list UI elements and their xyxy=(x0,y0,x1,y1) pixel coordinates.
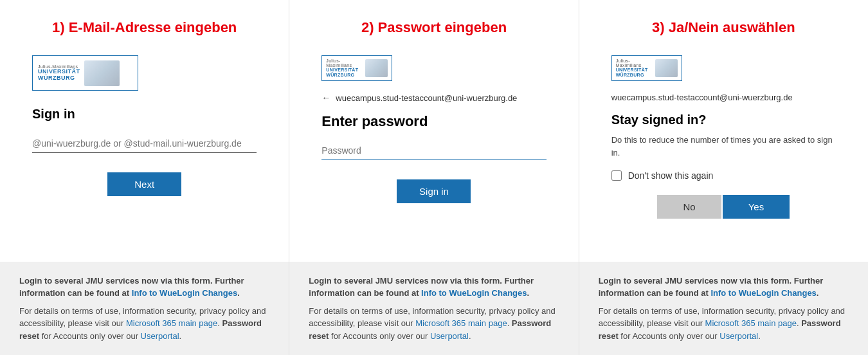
logo-map-2 xyxy=(365,59,388,77)
logo-name-1: UNIVERSITÄTWÜRZBURG xyxy=(38,69,80,82)
footer-detail-1: For details on terms of use, information… xyxy=(19,305,269,343)
dont-show-checkbox[interactable] xyxy=(611,170,622,181)
ms365-link-1[interactable]: Microsoft 365 main page xyxy=(126,318,217,328)
logo-uni-label-3: Julius-Maximilians xyxy=(616,59,653,68)
panel-step2: 2) Passwort eingeben Julius-Maximilians … xyxy=(289,0,579,355)
footer-intro-1: Login to several JMU services now via th… xyxy=(19,275,269,300)
step2-title: 2) Passwort eingeben xyxy=(321,19,546,36)
stay-signed-heading: Stay signed in? xyxy=(611,113,836,127)
userportal-link-3[interactable]: Userportal xyxy=(719,331,758,341)
footer-detail-2: For details on terms of use, information… xyxy=(309,305,559,343)
footer-intro-3: Login to several JMU services now via th… xyxy=(599,275,849,300)
no-button[interactable]: No xyxy=(657,195,721,219)
logo-map-1 xyxy=(84,60,120,86)
back-arrow-icon: ← xyxy=(321,93,330,103)
email-display: wuecampus.stud-testaccount@uni-wuerzburg… xyxy=(611,93,836,102)
logo-box-step3: Julius-Maximilians UNIVERSITÄTWÜRZBURG xyxy=(611,55,682,81)
logo-box-step2: Julius-Maximilians UNIVERSITÄTWÜRZBURG xyxy=(321,55,392,81)
dont-show-row: Don't show this again xyxy=(611,170,836,181)
yes-button[interactable]: Yes xyxy=(723,195,790,219)
sign-in-heading: Sign in xyxy=(32,107,257,122)
panel-step1: 1) E-Mail-Adresse eingeben Julius-Maximi… xyxy=(0,0,289,355)
logo-name-3: UNIVERSITÄTWÜRZBURG xyxy=(616,68,653,77)
stay-signed-desc: Do this to reduce the number of times yo… xyxy=(611,134,836,159)
back-row: ← wuecampus.stud-testaccount@uni-wuerzbu… xyxy=(321,93,546,103)
yes-no-row: No Yes xyxy=(611,195,836,219)
info-link-1[interactable]: Info to WueLogin Changes xyxy=(132,288,237,298)
info-link-3[interactable]: Info to WueLogin Changes xyxy=(710,288,816,298)
logo-uni-label-2: Julius-Maximilians xyxy=(326,59,363,68)
info-link-2[interactable]: Info to WueLogin Changes xyxy=(421,288,527,298)
dont-show-label[interactable]: Don't show this again xyxy=(628,170,714,181)
back-email: wuecampus.stud-testaccount@uni-wuerzburg… xyxy=(336,93,517,103)
ms365-link-3[interactable]: Microsoft 365 main page xyxy=(705,318,797,328)
panel-step3: 3) Ja/Nein auswählen Julius-Maximilians … xyxy=(579,0,868,355)
logo-box-step1: Julius-Maximilians UNIVERSITÄTWÜRZBURG xyxy=(32,55,138,91)
footer-detail-3: For details on terms of use, information… xyxy=(599,305,849,343)
ms365-link-2[interactable]: Microsoft 365 main page xyxy=(415,318,507,328)
userportal-link-2[interactable]: Userportal xyxy=(430,331,469,341)
userportal-link-1[interactable]: Userportal xyxy=(141,331,179,341)
footer-intro-2: Login to several JMU services now via th… xyxy=(309,275,559,300)
footer-step2: Login to several JMU services now via th… xyxy=(289,262,578,356)
email-input[interactable] xyxy=(32,134,257,153)
step3-title: 3) Ja/Nein auswählen xyxy=(611,19,836,36)
footer-step3: Login to several JMU services now via th… xyxy=(579,262,868,356)
step1-title: 1) E-Mail-Adresse eingeben xyxy=(32,19,257,36)
next-button[interactable]: Next xyxy=(107,172,181,196)
footer-step1: Login to several JMU services now via th… xyxy=(0,262,289,356)
logo-map-3 xyxy=(655,59,678,77)
logo-name-2: UNIVERSITÄTWÜRZBURG xyxy=(326,68,363,77)
signin-button[interactable]: Sign in xyxy=(397,179,471,203)
enter-pw-heading: Enter password xyxy=(321,113,546,130)
password-input[interactable] xyxy=(321,141,546,160)
